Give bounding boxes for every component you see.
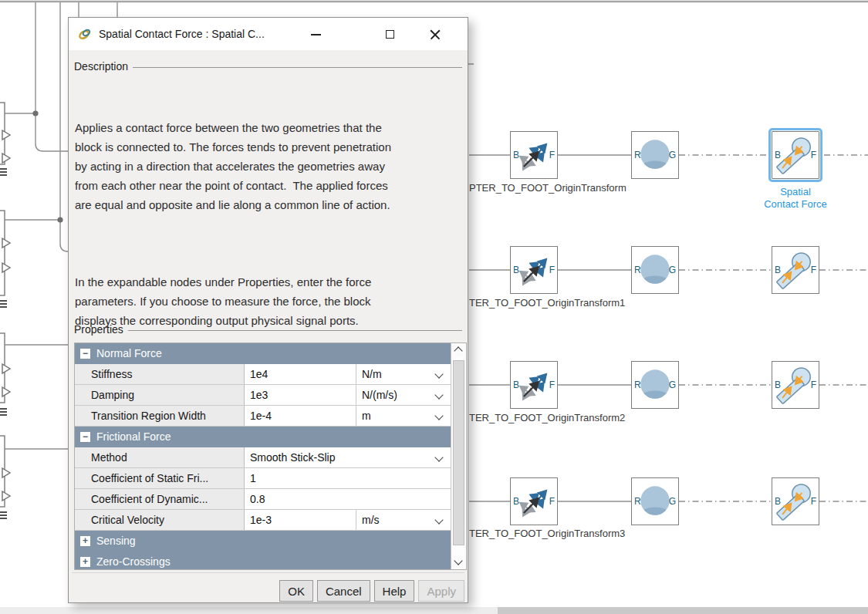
value-input[interactable]: 1e-4 xyxy=(245,406,356,426)
description-paragraph: Applies a contact force between the two … xyxy=(75,118,391,214)
unit-dropdown[interactable]: N/(m/s) xyxy=(356,385,451,405)
rigid-transform-block-3[interactable]: B F xyxy=(510,361,558,409)
block-label: TER_TO_FOOT_OriginTransform2 xyxy=(469,412,625,423)
table-row-critical-velocity: Critical Velocity 1e-3 m/s xyxy=(75,510,451,531)
divider xyxy=(133,67,462,68)
frame-port-b: B xyxy=(513,496,519,507)
rigid-transform-block-4[interactable]: B F xyxy=(510,477,558,525)
spatial-contact-force-block-3[interactable]: B F xyxy=(772,361,819,409)
frame-port-f: F xyxy=(811,265,816,275)
unit-dropdown[interactable]: m/s xyxy=(356,510,451,530)
scroll-down-arrow-icon[interactable] xyxy=(451,555,466,569)
spatial-contact-force-block-1-selected[interactable]: B F xyxy=(772,131,819,179)
frame-port-b: B xyxy=(775,380,781,390)
frame-port-f: F xyxy=(811,150,816,160)
block-label: PTER_TO_FOOT_OriginTransform xyxy=(469,182,627,194)
table-row-coefficient-static-friction: Coefficient of Static Fri... 1 xyxy=(75,468,451,489)
solid-sphere-block-1[interactable]: R G xyxy=(631,131,679,179)
table-row-transition-region-width: Transition Region Width 1e-4 m xyxy=(75,406,451,427)
solid-sphere-block-4[interactable]: R G xyxy=(631,477,679,525)
chevron-down-icon xyxy=(434,515,443,524)
param-name: Transition Region Width xyxy=(75,406,245,426)
geometry-port-g: G xyxy=(669,150,676,160)
frame-port-b: B xyxy=(775,496,781,507)
section-header-sensing[interactable]: + Sensing xyxy=(75,531,451,552)
chevron-down-icon xyxy=(434,453,443,461)
scroll-up-arrow-icon[interactable] xyxy=(451,343,466,357)
value-input[interactable]: 1 xyxy=(245,468,451,488)
table-vscrollbar[interactable] xyxy=(451,343,466,569)
frame-port-f: F xyxy=(549,380,555,390)
param-name: Stiffness xyxy=(75,364,245,384)
spatial-contact-force-block-4[interactable]: B F xyxy=(772,477,819,525)
help-button[interactable]: Help xyxy=(374,580,415,602)
frame-port-b: B xyxy=(775,265,781,275)
section-header-zero-crossings[interactable]: + Zero-Crossings xyxy=(75,552,451,570)
dialog-title: Spatial Contact Force : Spatial C... xyxy=(99,18,265,50)
value-input[interactable]: 0.8 xyxy=(245,489,451,509)
minimize-button[interactable] xyxy=(309,28,323,42)
chevron-down-icon xyxy=(434,369,443,378)
expand-icon: + xyxy=(80,536,90,546)
frame-port-b: B xyxy=(513,150,519,160)
description-group-header: Description xyxy=(74,59,462,73)
block-label: TER_TO_FOOT_OriginTransform1 xyxy=(469,297,625,309)
maximize-button[interactable] xyxy=(383,28,397,42)
collapse-icon: − xyxy=(80,432,90,442)
geometry-port-g: G xyxy=(669,380,676,390)
geometry-port-g: G xyxy=(669,496,676,507)
dialog-buttons: OK Cancel Help Apply xyxy=(279,580,464,602)
frame-port-f: F xyxy=(549,496,555,507)
properties-table: − Normal Force Stiffness 1e4 N/m Damping… xyxy=(74,342,467,570)
scrollbar-thumb[interactable] xyxy=(453,360,464,545)
value-input[interactable]: 1e-3 xyxy=(245,510,356,530)
chevron-down-icon xyxy=(434,390,443,399)
rigid-transform-block-2[interactable]: B F xyxy=(510,246,558,294)
block-label: TER_TO_FOOT_OriginTransform3 xyxy=(469,528,625,539)
geometry-port-g: G xyxy=(669,265,676,275)
simulink-model-canvas: B F R G B F PTER_TO_FOOT_OriginTransform… xyxy=(0,0,868,614)
frame-port-r: R xyxy=(634,496,641,507)
section-header-normal-force[interactable]: − Normal Force xyxy=(75,343,451,364)
collapse-icon: − xyxy=(80,349,90,359)
table-row-stiffness: Stiffness 1e4 N/m xyxy=(75,364,451,385)
chevron-down-icon xyxy=(434,411,443,420)
frame-port-f: F xyxy=(811,496,816,507)
unit-dropdown[interactable]: N/m xyxy=(356,364,451,384)
frame-port-r: R xyxy=(634,150,641,160)
value-input[interactable]: 1e3 xyxy=(245,385,356,405)
param-name: Coefficient of Dynamic... xyxy=(75,489,245,509)
frame-port-b: B xyxy=(513,265,519,275)
param-name: Damping xyxy=(75,385,245,405)
frame-port-f: F xyxy=(549,150,555,160)
ok-button[interactable]: OK xyxy=(279,580,313,602)
frame-port-r: R xyxy=(634,380,641,390)
properties-label: Properties xyxy=(74,323,128,336)
param-name: Method xyxy=(75,447,245,467)
solid-sphere-block-2[interactable]: R G xyxy=(631,246,679,294)
block-parameters-dialog: Spatial Contact Force : Spatial C... Des… xyxy=(68,17,468,603)
table-row-method: Method Smooth Stick-Slip xyxy=(75,447,451,468)
param-name: Coefficient of Static Fri... xyxy=(75,468,245,488)
close-icon[interactable] xyxy=(428,28,442,42)
cancel-button[interactable]: Cancel xyxy=(317,580,370,602)
table-row-damping: Damping 1e3 N/(m/s) xyxy=(75,385,451,406)
table-row-coefficient-dynamic-friction: Coefficient of Dynamic... 0.8 xyxy=(75,489,451,510)
method-dropdown[interactable]: Smooth Stick-Slip xyxy=(245,447,451,467)
frame-port-b: B xyxy=(513,380,519,390)
value-input[interactable]: 1e4 xyxy=(245,364,356,384)
apply-button: Apply xyxy=(418,580,464,602)
divider xyxy=(72,572,464,573)
canvas-hscrollbar-thumb[interactable] xyxy=(498,607,868,614)
spatial-contact-force-block-2[interactable]: B F xyxy=(772,246,819,294)
properties-group-header: Properties xyxy=(74,322,462,336)
section-header-frictional-force[interactable]: − Frictional Force xyxy=(75,427,451,447)
description-paragraph: In the expandable nodes under Properties… xyxy=(75,272,391,330)
solid-sphere-block-3[interactable]: R G xyxy=(631,361,679,409)
frame-port-r: R xyxy=(634,265,641,275)
param-name: Critical Velocity xyxy=(75,510,245,530)
simscape-multibody-icon xyxy=(78,27,92,41)
unit-dropdown[interactable]: m xyxy=(356,406,451,426)
dialog-titlebar[interactable]: Spatial Contact Force : Spatial C... xyxy=(69,18,468,50)
rigid-transform-block-1[interactable]: B F xyxy=(510,131,558,179)
